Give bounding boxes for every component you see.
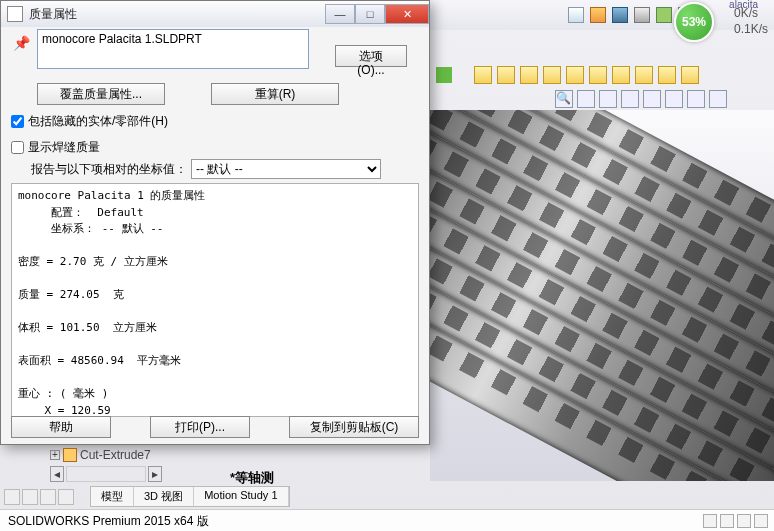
open-icon[interactable] xyxy=(590,7,606,23)
dialog-title: 质量属性 xyxy=(29,6,325,23)
include-hidden-label: 包括隐藏的实体/零部件(H) xyxy=(28,113,168,130)
new-icon[interactable] xyxy=(568,7,584,23)
save-icon[interactable] xyxy=(612,7,628,23)
graphics-viewport[interactable] xyxy=(430,110,774,481)
sketch-icon-9[interactable] xyxy=(658,66,676,84)
perf-rates: 0K/s 0.1K/s xyxy=(734,6,768,37)
print-icon[interactable] xyxy=(634,7,650,23)
3d-part-model xyxy=(430,110,774,481)
scroll-left-icon[interactable]: ◂ xyxy=(50,466,64,482)
maximize-button[interactable]: □ xyxy=(355,4,385,24)
feature-label[interactable]: Cut-Extrude7 xyxy=(80,448,151,462)
expand-icon[interactable]: + xyxy=(50,450,60,460)
scroll-right-icon[interactable]: ▸ xyxy=(148,466,162,482)
prev-view-icon[interactable] xyxy=(599,90,617,108)
section-view-icon[interactable] xyxy=(621,90,639,108)
sketch-icon-10[interactable] xyxy=(681,66,699,84)
sketch-icon-6[interactable] xyxy=(589,66,607,84)
sketch-icon-5[interactable] xyxy=(566,66,584,84)
results-textarea[interactable]: monocore Palacita 1 的质量属性 配置： Default 坐标… xyxy=(11,183,419,417)
rebuild-icon[interactable] xyxy=(656,7,672,23)
help-button[interactable]: 帮助 xyxy=(11,416,111,438)
hide-show-icon[interactable] xyxy=(687,90,705,108)
zoom-fit-icon[interactable]: 🔍 xyxy=(555,90,573,108)
status-icon-2[interactable] xyxy=(720,514,734,528)
sketch-icon-3[interactable] xyxy=(520,66,538,84)
show-weld-checkbox[interactable] xyxy=(11,141,24,154)
tab-motion-study[interactable]: Motion Study 1 xyxy=(194,487,288,506)
close-button[interactable]: ✕ xyxy=(385,4,429,24)
feature-tree[interactable]: + Cut-Extrude7 ◂ ▸ xyxy=(50,448,162,480)
command-toolbar xyxy=(430,63,774,87)
minimize-button[interactable]: — xyxy=(325,4,355,24)
view-orientation-label: *等轴测 xyxy=(230,469,274,487)
copy-clipboard-button[interactable]: 复制到剪贴板(C) xyxy=(289,416,419,438)
recalculate-button[interactable]: 重算(R) xyxy=(211,83,339,105)
coord-label: 报告与以下项相对的坐标值： xyxy=(31,161,187,178)
cmd-icon[interactable] xyxy=(436,67,452,83)
status-icon-3[interactable] xyxy=(737,514,751,528)
include-hidden-checkbox[interactable] xyxy=(11,115,24,128)
dialog-icon xyxy=(7,6,23,22)
coord-system-select[interactable]: -- 默认 -- xyxy=(191,159,381,179)
override-button[interactable]: 覆盖质量属性... xyxy=(37,83,165,105)
print-button[interactable]: 打印(P)... xyxy=(150,416,250,438)
pin-icon[interactable]: 📌 xyxy=(13,35,30,51)
sketch-icon-8[interactable] xyxy=(635,66,653,84)
btm-icon-2[interactable] xyxy=(22,489,38,505)
tab-model[interactable]: 模型 xyxy=(91,487,134,506)
status-text: SOLIDWORKS Premium 2015 x64 版 xyxy=(8,514,209,528)
filename-box[interactable]: monocore Palacita 1.SLDPRT xyxy=(37,29,309,69)
bottom-icon-bar xyxy=(0,487,82,507)
status-bar: SOLIDWORKS Premium 2015 x64 版 xyxy=(0,509,774,531)
perf-pct: 53% xyxy=(682,15,706,29)
mass-properties-dialog: 质量属性 — □ ✕ 📌 monocore Palacita 1.SLDPRT … xyxy=(0,0,430,445)
motion-tabs: 模型 3D 视图 Motion Study 1 xyxy=(90,486,290,507)
appearance-icon[interactable] xyxy=(709,90,727,108)
performance-badge[interactable]: 53% xyxy=(674,2,714,42)
btm-icon-3[interactable] xyxy=(40,489,56,505)
zoom-area-icon[interactable] xyxy=(577,90,595,108)
btm-icon-4[interactable] xyxy=(58,489,74,505)
tab-3dview[interactable]: 3D 视图 xyxy=(134,487,194,506)
filename-text: monocore Palacita 1.SLDPRT xyxy=(42,32,202,46)
feature-icon xyxy=(63,448,77,462)
options-button[interactable]: 选项(O)... xyxy=(335,45,407,67)
status-icon-4[interactable] xyxy=(754,514,768,528)
show-weld-label: 显示焊缝质量 xyxy=(28,139,100,156)
perf-name: alacita xyxy=(729,0,758,10)
heads-up-view-toolbar: 🔍 xyxy=(555,90,727,108)
status-right-icons xyxy=(703,514,768,528)
sketch-icon-4[interactable] xyxy=(543,66,561,84)
dialog-titlebar[interactable]: 质量属性 — □ ✕ xyxy=(1,1,429,27)
view-orient-icon[interactable] xyxy=(643,90,661,108)
sketch-icon-1[interactable] xyxy=(474,66,492,84)
btm-icon-1[interactable] xyxy=(4,489,20,505)
status-icon-1[interactable] xyxy=(703,514,717,528)
display-style-icon[interactable] xyxy=(665,90,683,108)
sketch-icon-2[interactable] xyxy=(497,66,515,84)
sketch-icon-7[interactable] xyxy=(612,66,630,84)
